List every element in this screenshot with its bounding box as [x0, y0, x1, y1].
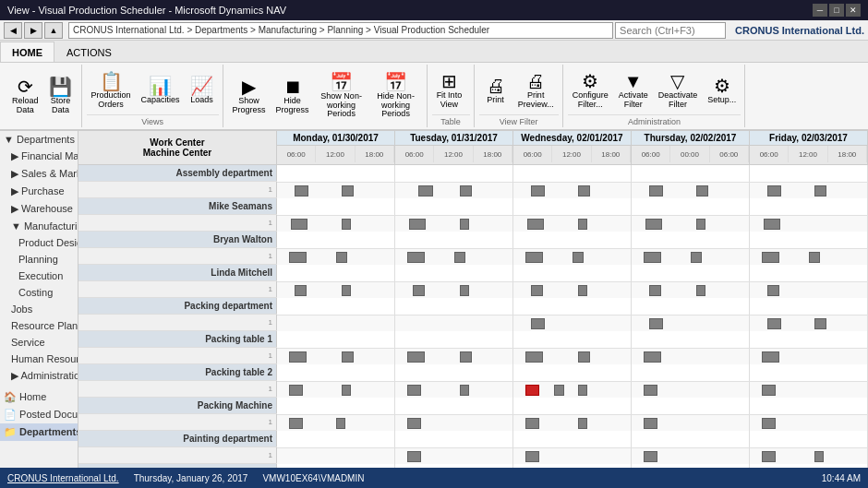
gantt-bar	[289, 385, 303, 396]
sidebar-item-service[interactable]: Service	[0, 334, 78, 351]
gantt-cell-7-2	[513, 281, 632, 298]
up-button[interactable]: ▲	[44, 22, 63, 39]
save-icon: 💾	[49, 77, 72, 96]
window-title: View - Visual Production Scheduler - Mic…	[7, 5, 286, 16]
gantt-cell-10-2	[513, 331, 632, 348]
sidebar-item-posted[interactable]: 📄 Posted Documents	[0, 406, 78, 423]
gantt-hours-4: 06:0012:0018:00	[750, 146, 867, 162]
gantt-cell-2-3	[632, 198, 750, 215]
sidebar-item-manufacturing[interactable]: ▼ Manufacturing	[0, 218, 78, 234]
gantt-bar	[696, 219, 705, 230]
sidebar-item-financial[interactable]: ▶ Financial Management	[0, 148, 78, 165]
sidebar-item-departments-header[interactable]: ▼ Departments	[0, 131, 78, 148]
activate-filter-button[interactable]: ▼ ActivateFilter	[614, 66, 653, 114]
main-layout: ▼ Departments ▶ Financial Management ▶ S…	[0, 131, 868, 468]
gantt-hour-1-0: 06:00	[395, 146, 434, 162]
gantt-data-row: 1	[78, 348, 868, 364]
fit-icon: ⊞	[441, 72, 457, 90]
gantt-cell-16-4	[750, 431, 868, 447]
gantt-bar	[762, 385, 776, 396]
gantt-bar	[578, 285, 587, 296]
setup-label: Setup...	[707, 96, 736, 105]
fit-into-view-button[interactable]: ⊞ Fit IntoView	[432, 66, 467, 114]
gantt-hour-4-1: 12:00	[789, 146, 827, 162]
show-nonworking-button[interactable]: 📅 Show Non-working Periods	[315, 72, 368, 120]
restore-button[interactable]: □	[829, 4, 844, 17]
gantt-cell-12-4	[750, 364, 868, 381]
gantt-bar	[644, 418, 657, 429]
sidebar-item-hr[interactable]: Human Resources	[0, 351, 78, 367]
tab-actions[interactable]: ACTIONS	[54, 42, 124, 62]
sidebar-item-resource[interactable]: Resource Planning	[0, 317, 78, 334]
sidebar-item-admin[interactable]: ▶ Administration	[0, 367, 78, 385]
gantt-cell-18-4	[750, 464, 868, 468]
gantt-bar	[289, 351, 307, 363]
sidebar-item-planning[interactable]: Planning	[0, 251, 78, 268]
address-bar[interactable]: CRONUS International Ltd. > Departments …	[68, 22, 613, 39]
sidebar-item-departments-active[interactable]: 📁 Departments	[0, 423, 78, 441]
show-progress-button[interactable]: ▶ ShowProgress	[228, 72, 271, 120]
loads-button[interactable]: 📈 Loads	[186, 66, 219, 114]
gantt-hours-2: 06:0012:0018:00	[513, 146, 631, 162]
tab-home[interactable]: HOME	[0, 42, 54, 62]
sidebar-item-home[interactable]: 🏠 Home	[0, 388, 78, 406]
gantt-row-label-1: 1	[78, 182, 277, 197]
sidebar-item-sales[interactable]: ▶ Sales & Marketing	[0, 165, 78, 183]
gantt-container[interactable]: Work CenterMachine CenterMonday, 01/30/2…	[78, 131, 868, 468]
setup-button[interactable]: ⚙ Setup...	[703, 66, 741, 114]
gantt-cell-10-3	[632, 331, 750, 348]
reload-data-button[interactable]: ⟳ ReloadData	[7, 72, 43, 120]
sidebar-item-warehouse[interactable]: ▶ Warehouse	[0, 200, 78, 218]
sidebar-item-product-design[interactable]: Product Design	[0, 234, 78, 251]
gantt-bar	[762, 351, 779, 363]
gantt-section-row: Painting Cabin	[78, 464, 868, 468]
gantt-bar	[649, 318, 663, 329]
gantt-day-label-4: Friday, 02/03/2017	[750, 131, 867, 146]
sidebar-item-costing[interactable]: Costing	[0, 284, 78, 301]
expand-icon: ▼	[4, 134, 14, 145]
gantt-cell-0-2	[513, 165, 632, 182]
gantt-row-content-11	[277, 348, 868, 363]
gantt-bar	[525, 252, 543, 263]
forward-button[interactable]: ▶	[24, 22, 42, 39]
gantt-bar	[531, 285, 543, 296]
deactivate-icon: ▽	[670, 72, 684, 90]
content-area: Work CenterMachine CenterMonday, 01/30/2…	[78, 131, 868, 468]
gantt-cell-6-1	[395, 265, 513, 281]
gantt-cell-16-0	[277, 431, 395, 447]
status-bar: CRONUS International Ltd. Thursday, Janu…	[0, 468, 868, 488]
tri-icon3: ▶	[11, 185, 18, 196]
gantt-bar	[767, 185, 781, 196]
sidebar-item-jobs[interactable]: Jobs	[0, 301, 78, 317]
gantt-cell-14-4	[750, 398, 868, 414]
production-orders-button[interactable]: 📋 ProductionOrders	[87, 66, 136, 114]
gantt-header-label: Work CenterMachine Center	[78, 131, 277, 164]
search-input[interactable]	[615, 22, 726, 39]
gantt-data-row: 1	[78, 315, 868, 331]
gantt-cell-16-3	[632, 431, 750, 447]
configure-filter-button[interactable]: ⚙ ConfigureFilter...	[568, 66, 613, 114]
close-button[interactable]: ✕	[846, 4, 861, 17]
gantt-cell-9-1	[395, 315, 513, 331]
gantt-cell-2-1	[395, 198, 513, 215]
table-group-label: Table	[432, 114, 470, 126]
minimize-button[interactable]: ─	[813, 4, 827, 17]
gantt-cell-7-3	[632, 281, 750, 298]
gantt-bar	[342, 285, 351, 296]
print-preview-button[interactable]: 🖨 PrintPreview...	[513, 66, 559, 114]
gantt-cell-5-4	[750, 248, 868, 265]
sidebar-item-execution[interactable]: Execution	[0, 268, 78, 284]
capacities-button[interactable]: 📊 Capacities	[137, 66, 185, 114]
back-button[interactable]: ◀	[4, 22, 22, 39]
hide-nonworking-button[interactable]: 📅 Hide Non-working Periods	[369, 72, 423, 120]
store-data-button[interactable]: 💾 StoreData	[44, 72, 78, 120]
deactivate-filter-button[interactable]: ▽ DeactivateFilter	[654, 66, 703, 114]
print-button[interactable]: 🖨 Print	[479, 66, 512, 114]
hide-progress-button[interactable]: ⏹ HideProgress	[271, 72, 314, 120]
gantt-cell-4-0	[277, 232, 395, 248]
show-nonworking-icon: 📅	[330, 73, 353, 91]
gantt-bar	[762, 418, 776, 429]
gantt-cell-9-3	[632, 315, 750, 331]
gantt-cell-7-0	[277, 281, 395, 298]
sidebar-item-purchase[interactable]: ▶ Purchase	[0, 183, 78, 200]
